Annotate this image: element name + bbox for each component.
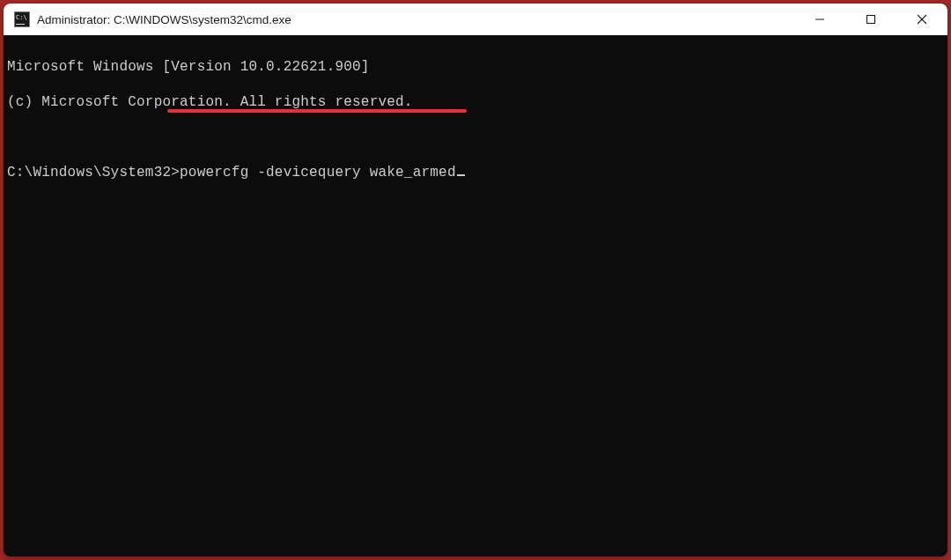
annotation-underline	[167, 109, 467, 113]
cmd-icon	[14, 11, 30, 27]
terminal-line: (c) Microsoft Corporation. All rights re…	[7, 93, 946, 111]
minimize-button[interactable]	[794, 4, 845, 35]
window-controls	[794, 4, 947, 35]
prompt-line: C:\Windows\System32>powercfg -devicequer…	[7, 164, 465, 181]
maximize-button[interactable]	[845, 4, 896, 35]
maximize-icon	[866, 14, 876, 25]
svg-rect-1	[867, 16, 875, 24]
terminal-blank-line	[7, 129, 946, 146]
titlebar[interactable]: Administrator: C:\WINDOWS\system32\cmd.e…	[4, 4, 947, 35]
minimize-icon	[815, 14, 825, 25]
prompt-text: C:\Windows\System32>	[7, 165, 180, 181]
close-icon	[917, 14, 927, 25]
window-title: Administrator: C:\WINDOWS\system32\cmd.e…	[37, 13, 794, 26]
command-text: powercfg -devicequery wake_armed	[180, 165, 456, 181]
terminal-output[interactable]: Microsoft Windows [Version 10.0.22621.90…	[4, 35, 947, 556]
cmd-window: Administrator: C:\WINDOWS\system32\cmd.e…	[4, 4, 947, 556]
close-button[interactable]	[896, 4, 947, 35]
terminal-line: Microsoft Windows [Version 10.0.22621.90…	[7, 58, 946, 76]
text-cursor	[457, 174, 465, 176]
